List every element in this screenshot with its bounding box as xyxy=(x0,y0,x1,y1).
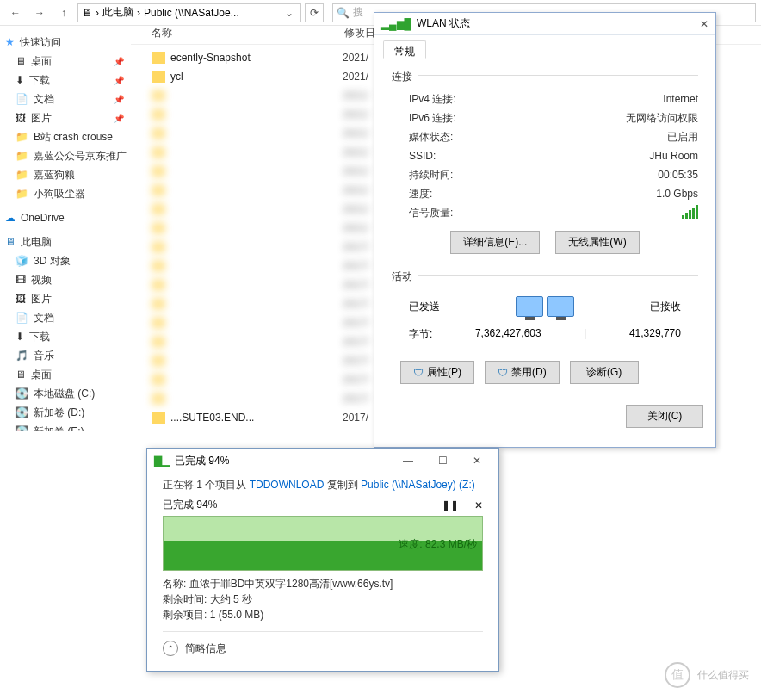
sidebar-item[interactable]: 📁嘉蓝公众号京东推广 xyxy=(0,146,131,165)
folder-icon xyxy=(152,108,165,121)
pause-button[interactable]: ❚❚ xyxy=(442,499,459,511)
maximize-button[interactable]: ☐ xyxy=(428,451,457,470)
sidebar-item[interactable]: 📄文档📌 xyxy=(0,90,131,108)
minimize-button[interactable]: — xyxy=(393,451,423,470)
drive-icon: 💽 xyxy=(15,406,28,418)
breadcrumb-parent[interactable]: 此电脑 xyxy=(102,5,133,20)
sidebar-item[interactable]: 📁B站 crash crouse xyxy=(0,127,131,146)
pin-icon: 📌 xyxy=(114,57,124,66)
folder-icon: 📁 xyxy=(15,169,28,181)
status-row: SSID:JHu Room xyxy=(392,146,698,165)
folder-icon xyxy=(152,298,165,310)
folder-icon: 🖼 xyxy=(15,112,26,124)
this-pc-icon: 🖥 xyxy=(82,7,92,19)
sidebar-item[interactable]: 💽新加卷 (E:) xyxy=(0,422,131,431)
bytes-received-value: 41,329,770 xyxy=(629,327,681,342)
sidebar-item[interactable]: 🖼图片 xyxy=(0,289,131,308)
sent-label: 已发送 xyxy=(409,300,440,314)
folder-icon xyxy=(152,355,165,367)
sidebar-item[interactable]: 🧊3D 对象 xyxy=(0,251,131,270)
close-button[interactable]: ✕ xyxy=(700,18,708,30)
copy-icon: ▇▁ xyxy=(154,455,170,467)
copy-description: 正在将 1 个项目从 TDDOWNLOAD 复制到 Public (\\NASa… xyxy=(163,478,483,492)
close-dialog-button[interactable]: 关闭(C) xyxy=(626,405,703,428)
received-label: 已接收 xyxy=(650,300,681,314)
sidebar-item[interactable]: 🖥桌面📌 xyxy=(0,52,131,71)
copy-item-name: 名称: 血浓于罪BD中英双字1280高清[www.66ys.tv] xyxy=(163,576,483,592)
folder-icon xyxy=(152,412,165,424)
sidebar-item[interactable]: 🖼图片📌 xyxy=(0,108,131,127)
up-button[interactable]: ↑ xyxy=(53,3,74,23)
star-icon: ★ xyxy=(5,36,15,48)
sidebar-this-pc[interactable]: 🖥此电脑 xyxy=(0,232,131,251)
folder-icon xyxy=(152,241,165,253)
sidebar-item[interactable]: 💽新加卷 (D:) xyxy=(0,403,131,422)
tab-general[interactable]: 常规 xyxy=(383,40,426,59)
folder-icon xyxy=(152,184,165,196)
wlan-status-dialog: ▂▄▆█ WLAN 状态 ✕ 常规 连接 IPv4 连接:InternetIPv… xyxy=(374,12,716,448)
close-button[interactable]: ✕ xyxy=(462,451,492,470)
sidebar-onedrive[interactable]: ☁OneDrive xyxy=(0,208,131,227)
diagnose-button[interactable]: 诊断(G) xyxy=(570,361,639,384)
copy-dest-link[interactable]: Public (\\NASatJoey) (Z:) xyxy=(361,479,475,491)
signal-strength-icon xyxy=(681,205,698,221)
folder-icon xyxy=(152,260,165,272)
properties-button[interactable]: 🛡属性(P) xyxy=(400,361,474,384)
folder-icon xyxy=(152,127,165,139)
sidebar-item[interactable]: 📁小狗吸尘器 xyxy=(0,184,131,203)
copy-progress-dialog: ▇▁ 已完成 94% — ☐ ✕ 正在将 1 个项目从 TDDOWNLOAD 复… xyxy=(146,448,499,672)
status-row: IPv4 连接:Internet xyxy=(392,90,698,108)
sidebar-item[interactable]: 📁嘉蓝狗粮 xyxy=(0,165,131,184)
folder-icon xyxy=(152,336,165,348)
monitor-icon xyxy=(516,296,543,317)
sidebar-item[interactable]: ⬇下载 xyxy=(0,327,131,346)
folder-icon: 📁 xyxy=(15,150,28,162)
folder-icon xyxy=(152,317,165,329)
copy-titlebar[interactable]: ▇▁ 已完成 94% — ☐ ✕ xyxy=(147,449,498,473)
col-modified[interactable]: 修改日 xyxy=(344,26,375,44)
wireless-properties-button[interactable]: 无线属性(W) xyxy=(555,231,639,254)
status-row: 媒体状态:已启用 xyxy=(392,127,698,146)
chevron-up-icon: ⌃ xyxy=(163,641,178,656)
status-row: 持续时间:00:05:35 xyxy=(392,165,698,184)
address-bar[interactable]: 🖥 › 此电脑 › Public (\\NASatJoe... ⌄ xyxy=(77,3,301,22)
watermark: 值 什么值得买 xyxy=(665,662,749,688)
transfer-graph: 速度: 82.3 MB/秒 xyxy=(163,516,483,571)
details-button[interactable]: 详细信息(E)... xyxy=(450,231,540,254)
folder-icon: 📄 xyxy=(15,93,28,105)
address-dropdown-icon[interactable]: ⌄ xyxy=(282,7,297,19)
copy-source-link[interactable]: TDDOWNLOAD xyxy=(250,479,325,491)
copy-percent-text: 已完成 94% xyxy=(163,498,217,512)
sidebar-item[interactable]: 📄文档 xyxy=(0,308,131,327)
this-pc-icon: 🖥 xyxy=(5,236,15,248)
sidebar-item[interactable]: 🖥桌面 xyxy=(0,365,131,384)
sidebar-item[interactable]: 💽本地磁盘 (C:) xyxy=(0,384,131,403)
wlan-tabs: 常规 xyxy=(374,35,715,59)
folder-icon xyxy=(152,146,165,158)
folder-icon: 📁 xyxy=(15,131,28,143)
bytes-sent-value: 7,362,427,603 xyxy=(475,327,541,342)
folder-icon: 🖥 xyxy=(15,55,26,67)
col-name[interactable]: 名称 xyxy=(152,26,344,44)
forward-button[interactable]: → xyxy=(29,3,50,23)
refresh-button[interactable]: ⟳ xyxy=(305,3,324,22)
disable-button[interactable]: 🛡禁用(D) xyxy=(485,361,560,384)
cancel-button[interactable]: ✕ xyxy=(474,499,483,511)
wlan-titlebar[interactable]: ▂▄▆█ WLAN 状态 ✕ xyxy=(374,13,715,35)
watermark-badge-icon: 值 xyxy=(665,662,690,688)
sidebar-item[interactable]: ⬇下载📌 xyxy=(0,71,131,90)
folder-icon xyxy=(152,52,165,64)
monitor-icon xyxy=(547,296,574,317)
bytes-label: 字节: xyxy=(409,327,432,342)
sidebar-quick-access[interactable]: ★快速访问 xyxy=(0,33,131,52)
breadcrumb-sep: › xyxy=(137,7,140,19)
drive-icon: 💽 xyxy=(15,387,28,400)
sidebar-item[interactable]: 🎵音乐 xyxy=(0,346,131,365)
activity-icon: — — xyxy=(502,296,588,317)
sidebar-item[interactable]: 🎞视频 xyxy=(0,270,131,289)
drive-icon: 🧊 xyxy=(15,255,28,267)
folder-icon xyxy=(152,203,165,215)
breadcrumb-current[interactable]: Public (\\NASatJoe... xyxy=(144,7,239,19)
back-button[interactable]: ← xyxy=(5,3,26,23)
fewer-details-toggle[interactable]: ⌃ 简略信息 xyxy=(163,631,483,656)
